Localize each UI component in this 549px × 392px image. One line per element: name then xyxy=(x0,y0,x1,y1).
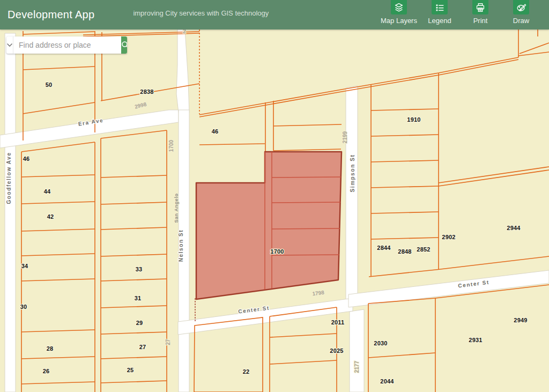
map-layers-icon xyxy=(391,0,407,14)
chevron-down-icon xyxy=(6,43,13,47)
parcel-number-label: 2044 xyxy=(380,378,394,384)
print-icon xyxy=(472,0,488,14)
parcel-number-label: 31 xyxy=(135,295,142,301)
print-label: Print xyxy=(473,17,488,25)
search-button[interactable] xyxy=(121,36,127,54)
parcel-number-label: 2848 xyxy=(398,248,411,255)
parcel-number-label: 30 xyxy=(20,304,27,310)
search-source-dropdown[interactable] xyxy=(6,36,13,54)
street-goodfellow-ave xyxy=(5,33,16,392)
parcel-number-label: 29 xyxy=(136,320,143,326)
street-name-label: San Angelo xyxy=(174,193,179,223)
parcel-number-label: 42 xyxy=(47,213,54,220)
app-title: Development App xyxy=(8,9,94,21)
parcel-number-label: 2011 xyxy=(331,319,345,326)
parcel-number-label: 46 xyxy=(212,128,219,135)
search-widget xyxy=(6,36,127,54)
address-range-label: 27 xyxy=(165,339,171,345)
toolbar: Map Layers Legend xyxy=(379,0,541,29)
map-canvas[interactable]: 5028384646444234333130292827262519101700… xyxy=(0,29,549,392)
parcel-number-label: 2025 xyxy=(330,347,343,354)
parcel-number-label: 1910 xyxy=(407,116,420,123)
street-simpson-st-lower xyxy=(350,309,364,392)
street-name-label: Nelson St xyxy=(178,230,184,262)
parcel-number-label: 2030 xyxy=(374,340,387,346)
address-range-label: 2177 xyxy=(354,360,360,373)
address-range-label: 1700 xyxy=(168,139,174,152)
parcel-number-label: 2931 xyxy=(469,337,482,343)
parcel-number-label: 2844 xyxy=(377,245,391,251)
parcel-number-label: 2902 xyxy=(442,234,455,240)
print-button[interactable]: Print xyxy=(460,0,501,29)
app-subtitle: improving City services with GIS technol… xyxy=(133,9,269,17)
legend-button[interactable]: Legend xyxy=(419,0,460,29)
parcel-number-label: 46 xyxy=(23,156,30,162)
draw-button[interactable]: Draw xyxy=(501,0,541,29)
parcel-number-label: 44 xyxy=(44,188,51,195)
parcel-number-label: 2852 xyxy=(417,246,430,253)
map-layers-button[interactable]: Map Layers xyxy=(379,0,419,29)
legend-icon xyxy=(432,0,448,14)
search-input[interactable] xyxy=(13,36,121,54)
street-name-label: Simpson St xyxy=(350,154,355,192)
parcel-number-label: 22 xyxy=(243,368,250,375)
draw-label: Draw xyxy=(513,17,529,25)
map-container: 5028384646444234333130292827262519101700… xyxy=(0,29,549,392)
parcel-number-label: 26 xyxy=(43,368,50,374)
legend-label: Legend xyxy=(428,17,451,25)
parcel-number-label: 2949 xyxy=(514,317,527,323)
search-icon xyxy=(121,41,127,49)
parcel-number-label: 28 xyxy=(47,345,54,352)
parcel-number-label: 27 xyxy=(139,344,146,350)
street-name-label: Goodfellow Ave xyxy=(6,152,12,204)
map-layers-label: Map Layers xyxy=(381,17,417,25)
draw-icon xyxy=(513,0,529,14)
development-app: Development App improving City services … xyxy=(0,0,549,392)
parcel-number-label: 25 xyxy=(127,367,134,373)
parcel-number-label: 50 xyxy=(46,82,53,88)
parcel-number-label: 1700 xyxy=(270,248,284,255)
app-header: Development App improving City services … xyxy=(0,0,549,29)
parcel-number-label: 2944 xyxy=(507,225,521,231)
address-range-label: 2 xyxy=(183,29,186,34)
parcel-number-label: 33 xyxy=(136,266,143,272)
parcel-number-label: 2838 xyxy=(140,88,153,95)
parcel-number-label: 34 xyxy=(21,263,28,269)
address-range-label: 2199 xyxy=(342,131,348,143)
